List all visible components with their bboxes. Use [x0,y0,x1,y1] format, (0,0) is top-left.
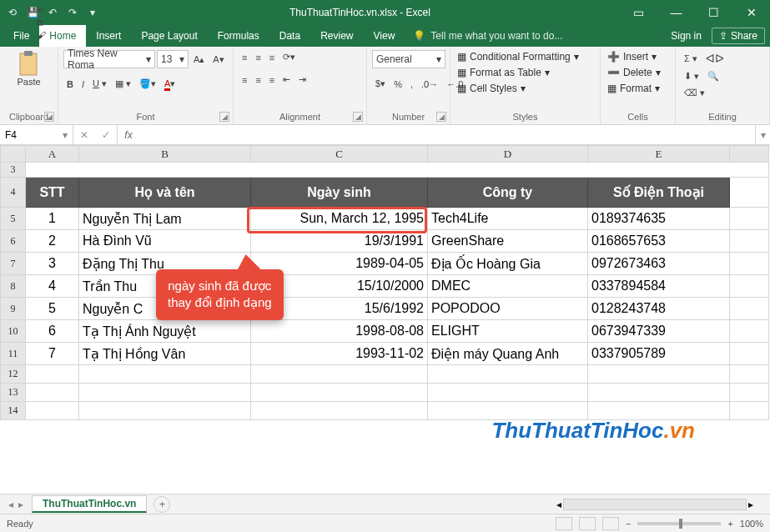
col-header-f[interactable] [730,146,769,163]
cell[interactable]: Số Điện Thoại [588,178,730,208]
copy-icon[interactable]: ⧉ [37,18,46,28]
align-middle-icon[interactable]: ≡ [252,51,264,64]
cell[interactable]: 0168657653 [588,230,730,253]
cell[interactable] [588,384,730,402]
zoom-out-icon[interactable]: − [626,519,631,529]
percent-format-icon[interactable]: % [390,78,405,91]
tab-formulas[interactable]: Formulas [208,25,269,47]
tab-pagelayout[interactable]: Page Layout [131,25,207,47]
tell-me[interactable]: 💡 Tell me what you want to do... [405,25,671,47]
font-color-button[interactable]: A▾ [161,77,179,91]
cell[interactable]: 0189374635 [588,208,730,230]
qat-more-icon[interactable]: ▾ [85,5,100,20]
cell-styles-button[interactable]: ▦Cell Styles ▾ [455,82,527,95]
cut-icon[interactable]: ✂ [37,5,46,16]
increase-decimal-icon[interactable]: .0→ [418,78,441,91]
cell[interactable]: Sun, March 12, 1995 [251,208,428,230]
cell[interactable]: STT [26,178,79,208]
row-header[interactable]: 13 [1,384,26,402]
font-name-combo[interactable]: Times New Roma▾ [63,50,155,68]
cell[interactable]: 0337894584 [588,275,730,298]
insert-cells-button[interactable]: ➕Insert ▾ [606,50,658,63]
hscroll-right-icon[interactable]: ▸ [748,499,753,510]
format-painter-icon[interactable]: 🖌 [37,30,46,40]
italic-button[interactable]: I [78,78,88,91]
conditional-formatting-button[interactable]: ▦Conditional Formatting ▾ [455,50,581,63]
grow-font-icon[interactable]: A▴ [190,53,208,67]
cell[interactable]: Nguyễn Thị Lam [79,208,251,230]
underline-button[interactable]: U ▾ [89,77,110,91]
normal-view-icon[interactable] [556,517,572,530]
hscroll-track[interactable] [563,499,747,510]
zoom-slider[interactable] [637,522,721,525]
cell[interactable] [26,365,79,384]
paste-button[interactable]: Paste [17,50,40,87]
cell[interactable]: 3 [26,253,79,275]
align-right-icon[interactable]: ≡ [266,73,278,87]
cell[interactable]: 0128243748 [588,298,730,320]
tab-view[interactable]: View [364,25,405,47]
clipboard-dialog-icon[interactable]: ◢ [44,112,54,122]
align-top-icon[interactable]: ≡ [239,51,250,64]
cell[interactable] [26,384,79,402]
row-header[interactable]: 12 [1,365,26,384]
col-header-b[interactable]: B [79,146,251,163]
zoom-in-icon[interactable]: + [727,519,732,529]
zoom-level[interactable]: 100% [740,519,763,529]
indent-decrease-icon[interactable]: ⇤ [279,73,294,87]
number-dialog-icon[interactable]: ◢ [436,112,446,122]
cell[interactable] [26,163,769,178]
cell[interactable]: 1998-08-08 [251,320,428,343]
col-header-e[interactable]: E [588,146,730,163]
comma-format-icon[interactable]: , [407,78,416,91]
clear-icon[interactable]: ⌫ ▾ [681,86,708,100]
cell[interactable]: Tạ Thị Ánh Nguyệt [79,320,251,343]
cell[interactable]: POPODOO [428,298,588,320]
row-header[interactable]: 3 [1,163,26,178]
fill-color-button[interactable]: 🪣▾ [136,77,159,91]
align-bottom-icon[interactable]: ≡ [266,51,278,64]
cell[interactable]: 1 [26,208,79,230]
redo-icon[interactable]: ↷ [65,5,80,20]
sign-in-link[interactable]: Sign in [671,30,702,42]
autosave-icon[interactable]: ⟲ [5,5,20,20]
cell[interactable] [26,402,79,420]
cell[interactable]: 7 [26,343,79,365]
fill-icon[interactable]: ⬇ ▾ [681,69,702,83]
cell[interactable] [79,365,251,384]
accounting-format-icon[interactable]: $▾ [372,77,389,91]
format-cells-button[interactable]: ▦Format ▾ [606,82,662,95]
undo-icon[interactable]: ↶ [45,5,60,20]
cell[interactable] [730,320,769,343]
cell[interactable]: Hà Đình Vũ [79,230,251,253]
tab-data[interactable]: Data [269,25,310,47]
cell[interactable] [730,253,769,275]
indent-increase-icon[interactable]: ⇥ [295,73,310,87]
cell[interactable] [428,365,588,384]
close-button[interactable]: ✕ [732,0,770,25]
fx-button[interactable]: fx [118,125,139,144]
cell[interactable]: 1993-11-02 [251,343,428,365]
cell[interactable]: 19/3/1991 [251,230,428,253]
row-header[interactable]: 6 [1,230,26,253]
sheet-nav-last-icon[interactable]: ▸ [18,499,23,510]
cell[interactable] [730,365,769,384]
sheet-nav-first-icon[interactable]: ◂ [8,499,13,510]
cell[interactable] [251,384,428,402]
cell[interactable]: Công ty [428,178,588,208]
autosum-icon[interactable]: Σ ▾ [681,52,701,66]
cell[interactable]: Địa Ốc Hoàng Gia [428,253,588,275]
cell[interactable] [730,298,769,320]
cell[interactable] [730,402,769,420]
cell[interactable] [428,384,588,402]
cancel-formula-icon[interactable]: ✕ [73,129,95,141]
cell[interactable] [730,178,769,208]
align-left-icon[interactable]: ≡ [239,73,250,87]
cell[interactable]: Tạ Thị Hồng Vân [79,343,251,365]
font-size-combo[interactable]: 13▾ [157,50,189,68]
row-header[interactable]: 11 [1,343,26,365]
row-header[interactable]: 5 [1,208,26,230]
delete-cells-button[interactable]: ➖Delete ▾ [606,66,662,79]
bold-button[interactable]: B [63,78,77,91]
number-format-combo[interactable]: General▾ [372,50,445,68]
